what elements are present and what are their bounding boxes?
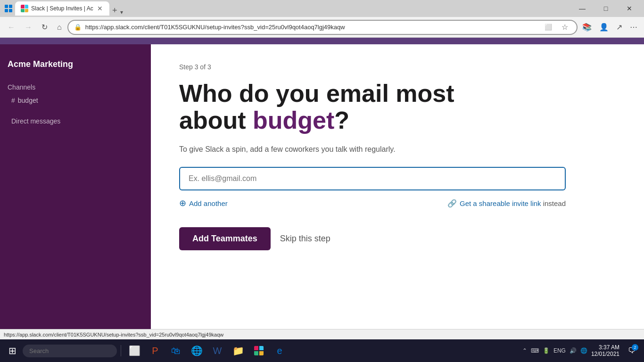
action-row: Add Teammates Skip this step [179,227,616,250]
collections-button[interactable]: 📚 [579,21,594,33]
main-content: Acme Marketing Channels # budget Direct … [0,44,644,329]
svg-rect-3 [9,9,12,12]
sidebar-item-budget[interactable]: # budget [8,95,143,106]
back-button[interactable]: ← [4,21,19,33]
notification-badge: 2 [632,344,638,351]
taskbar-app-explorer[interactable]: 📁 [229,341,248,360]
window-controls: — □ ✕ [571,0,640,17]
get-invite-link-button[interactable]: 🔗 Get a shareable invite link [447,199,541,208]
language-indicator: ENG [553,347,566,354]
powerpoint-icon: P [152,346,158,356]
keyboard-icon: ⌨ [531,347,539,354]
email-input-wrapper [179,167,566,190]
taskbar-app-powerpoint[interactable]: P [146,341,165,360]
taskbar-app-store[interactable]: 🛍 [166,341,185,360]
browser-frame: Slack | Setup Invites | Ac ✕ + ▾ — □ ✕ ←… [0,0,644,362]
separator-1 [121,345,121,356]
word-icon: W [213,346,222,356]
volume-icon: 🔊 [570,347,577,354]
network-icon: 🌐 [580,347,587,354]
edge-icon: e [277,346,282,356]
favorites-button[interactable]: ☆ [559,21,571,33]
lock-icon: 🔒 [74,24,82,31]
channel-name: budget [18,97,38,104]
add-another-button[interactable]: ⊕ Add another [179,198,228,208]
tab-dropdown-button[interactable]: ▾ [120,9,123,16]
taskbar-app-slack[interactable] [249,341,268,360]
svg-rect-2 [5,9,8,12]
sign-in-button[interactable]: 👤 [596,21,611,33]
system-tray: ⌃ ⌨ 🔋 ENG 🔊 🌐 [522,347,587,354]
link-icon: 🔗 [447,199,457,208]
date-display: 12/01/2021 [591,351,619,357]
split-screen-button[interactable]: ⬜ [542,22,555,33]
slack-icon [254,346,264,355]
step-indicator: Step 3 of 3 [179,63,616,71]
add-another-label: Add another [189,199,228,207]
toolbar-right: 📚 👤 ↗ ⋯ [579,21,640,33]
task-view-icon: ⬜ [129,345,140,356]
refresh-button[interactable]: ↻ [38,21,51,33]
forward-button[interactable]: → [21,21,36,33]
instead-text: instead [543,199,566,207]
invite-link-label: Get a shareable invite link [460,199,541,207]
svg-rect-0 [5,5,8,8]
home-button[interactable]: ⌂ [53,21,66,33]
workspace-name: Acme Marketing [8,54,143,83]
taskbar-app-edge[interactable]: e [270,341,289,360]
chrome-icon: 🌐 [191,345,203,356]
page-content: Step 3 of 3 Who do you email most about … [151,44,644,329]
tab-close-button[interactable]: ✕ [96,4,104,13]
close-button[interactable]: ✕ [619,0,640,17]
taskbar-right: ⌃ ⌨ 🔋 ENG 🔊 🌐 3:37 AM 12/01/2021 🗨 2 [522,342,640,359]
dm-label: Direct messages [8,114,143,129]
status-bar: https://app.slack.com/client/T01K5SGUKNU… [0,329,644,339]
title-part3: ? [334,107,349,134]
tab-title: Slack | Setup Invites | Ac [31,5,93,12]
title-part2: about [179,107,253,134]
invite-link-area: 🔗 Get a shareable invite link instead [447,199,566,208]
share-button[interactable]: ↗ [613,21,625,33]
status-url: https://app.slack.com/client/T01K5SGUKNU… [4,332,223,337]
title-highlight: budget [253,107,334,134]
windows-icon: ⊞ [8,345,17,356]
hash-icon: # [11,97,15,104]
address-input[interactable] [85,24,538,31]
taskbar-app-chrome[interactable]: 🌐 [187,341,206,360]
file-explorer-icon: 📁 [232,345,244,356]
time-display: 3:37 AM [599,344,619,351]
settings-menu-button[interactable]: ⋯ [627,21,640,33]
taskbar-search[interactable] [23,345,117,357]
email-input[interactable] [179,167,566,190]
address-bar[interactable]: 🔒 ⬜ ☆ [67,20,578,35]
battery-icon: 🔋 [543,347,550,354]
browser-icon [4,4,13,13]
browser-toolbar: ← → ↻ ⌂ 🔒 ⬜ ☆ 📚 👤 ↗ ⋯ [0,17,644,38]
below-input-row: ⊕ Add another 🔗 Get a shareable invite l… [179,198,566,208]
skip-step-button[interactable]: Skip this step [280,234,330,244]
add-teammates-button[interactable]: Add Teammates [179,227,271,250]
taskbar: ⊞ ⬜ P 🛍 🌐 W 📁 e [0,339,644,362]
new-tab-button[interactable]: + [109,6,120,16]
titlebar-left [4,4,13,13]
page-title: Who do you email most about budget? [179,80,566,134]
taskbar-app-task-view[interactable]: ⬜ [125,341,144,360]
browser-titlebar: Slack | Setup Invites | Ac ✕ + ▾ — □ ✕ [0,0,644,17]
taskbar-app-word[interactable]: W [208,341,227,360]
store-icon: 🛍 [171,346,181,356]
tab-favicon [21,5,28,12]
start-button[interactable]: ⊞ [4,342,21,359]
active-tab[interactable]: Slack | Setup Invites | Ac ✕ [15,1,109,16]
notification-button[interactable]: 🗨 2 [623,342,640,359]
clock: 3:37 AM 12/01/2021 [591,344,619,357]
maximize-button[interactable]: □ [595,0,617,17]
page-subtitle: To give Slack a spin, add a few coworker… [179,145,616,154]
minimize-button[interactable]: — [571,0,593,17]
add-circle-icon: ⊕ [179,198,186,208]
extension-bar [0,38,644,44]
title-part1: Who do you email most [179,80,454,107]
chevron-icon[interactable]: ⌃ [522,347,527,354]
sidebar: Acme Marketing Channels # budget Direct … [0,44,151,329]
svg-rect-1 [9,5,12,8]
tab-bar: Slack | Setup Invites | Ac ✕ + ▾ [15,1,570,16]
